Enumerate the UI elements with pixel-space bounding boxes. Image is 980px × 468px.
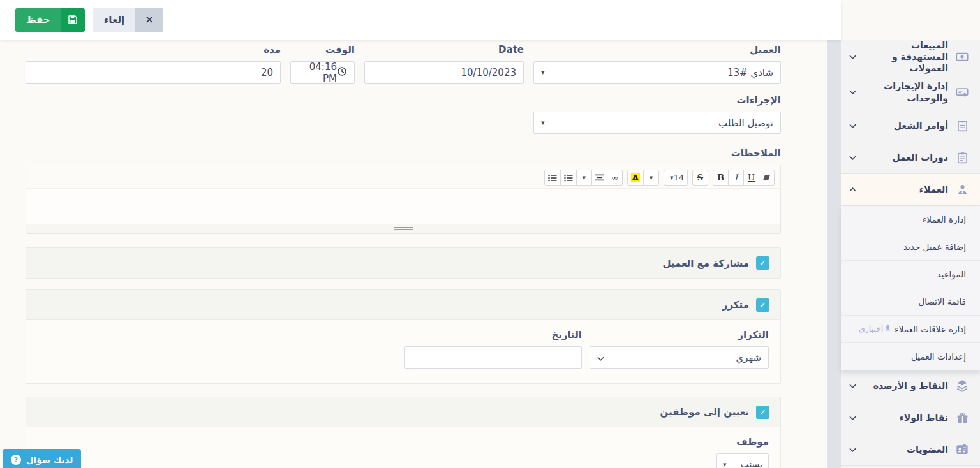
chevron-down-icon (597, 352, 604, 363)
resize-grip-icon (394, 227, 413, 231)
save-icon (61, 8, 85, 32)
recurring-checkbox[interactable]: ✓ (756, 298, 769, 312)
rental-units-icon (954, 85, 970, 99)
loyalty-gift-icon (954, 411, 970, 425)
sidebar-item-target-sales[interactable]: المبيعات المستهدفة و العمولات (841, 40, 980, 75)
repeat-select[interactable]: شهري (590, 346, 769, 369)
notes-editor: ▾ ∞ A ▾ ▾ 14 S (26, 165, 781, 234)
time-input[interactable]: 04:16 PM (290, 61, 355, 84)
clear-format-icon[interactable] (759, 170, 775, 186)
save-button-label: حفظ (15, 8, 61, 32)
subitem-label: المواعيد (937, 269, 966, 279)
sidebar-subitem-contact-list[interactable]: قائمة الاتصال (841, 288, 980, 316)
sidebar-item-label: دورات العمل (862, 152, 948, 163)
help-button[interactable]: لديك سؤال ? (3, 449, 81, 468)
work-orders-icon (954, 119, 970, 133)
sidebar: المبيعات المستهدفة و العمولات إدارة الإي… (841, 0, 980, 468)
duration-label: مدة (26, 44, 281, 55)
check-icon: ✓ (759, 258, 766, 268)
customers-submenu: إدارة العملاء إضافة عميل جديد المواعيد ق… (841, 206, 980, 370)
subitem-label: إضافة عميل جديد (903, 242, 966, 252)
sidebar-item-loyalty-points[interactable]: نقاط الولاء (841, 402, 980, 434)
editor-resize-handle[interactable] (26, 224, 780, 233)
link-icon[interactable]: ∞ (607, 170, 623, 186)
memberships-icon (954, 442, 970, 457)
duration-value: 20 (261, 67, 273, 78)
chevron-down-icon (849, 384, 856, 388)
form-row-main: العميل شادي #13 ▾ Date 10/10/2023 الوقت (26, 40, 781, 84)
sidebar-subitem-crm[interactable]: إدارة علاقات العملاء اختباري (841, 316, 980, 343)
close-icon: ✕ (145, 13, 154, 26)
clock-icon (337, 66, 347, 79)
sidebar-subitem-add-customer[interactable]: إضافة عميل جديد (841, 233, 980, 261)
sidebar-item-customers[interactable]: العملاء (841, 174, 980, 206)
align-icon[interactable] (591, 170, 607, 186)
italic-button[interactable]: I (728, 170, 744, 186)
sidebar-header (841, 0, 980, 40)
form-row-procedures: الإجراءات توصيل الطلب ▾ (26, 94, 781, 134)
sidebar-item-work-cycles[interactable]: دورات العمل (841, 142, 980, 174)
notes-textarea[interactable] (26, 188, 780, 224)
sidebar-subitem-customer-settings[interactable]: إعدادات العميل (841, 343, 980, 370)
date-value: 10/10/2023 (461, 67, 516, 78)
close-button[interactable]: ✕ (135, 8, 163, 32)
font-color-icon[interactable]: A (627, 170, 644, 186)
work-cycles-icon (954, 151, 970, 165)
chevron-down-icon (849, 156, 856, 160)
list-options-dropdown[interactable]: ▾ (576, 170, 592, 186)
main-scrollbar[interactable] (827, 40, 841, 468)
sidebar-item-label: إدارة الإيجارات والوحدات (862, 80, 948, 103)
subitem-label: إدارة علاقات العملاء (895, 324, 966, 334)
procedures-label: الإجراءات (533, 94, 781, 106)
chevron-down-icon (849, 448, 856, 452)
sidebar-subitem-appointments[interactable]: المواعيد (841, 261, 980, 288)
share-checkbox[interactable]: ✓ (756, 256, 769, 270)
beta-badge: اختباري (859, 324, 891, 334)
font-size-dropdown[interactable]: ▾ 14 (664, 170, 688, 186)
cancel-button[interactable]: إلغاء (93, 8, 136, 32)
employee-select[interactable]: بسنت ▾ (716, 453, 769, 468)
check-icon: ✓ (759, 407, 766, 417)
sidebar-item-points-balances[interactable]: النقاط و الأرصدة (841, 370, 980, 402)
customer-select[interactable]: شادي #13 ▾ (533, 61, 781, 84)
assign-label: تعيين إلى موظفين (660, 406, 749, 418)
subitem-label: إعدادات العميل (911, 351, 966, 362)
check-icon: ✓ (759, 300, 766, 310)
assign-checkbox[interactable]: ✓ (756, 406, 769, 419)
sidebar-item-memberships[interactable]: العضويات (841, 434, 980, 466)
sidebar-item-label: النقاط و الأرصدة (862, 380, 948, 391)
underline-button[interactable]: U (743, 170, 759, 186)
numbered-list-icon[interactable] (560, 170, 577, 186)
chevron-down-icon (849, 55, 856, 59)
share-label: مشاركة مع العميل (663, 258, 749, 269)
bullet-list-icon[interactable] (544, 170, 561, 186)
font-color-dropdown[interactable]: ▾ (643, 170, 659, 186)
time-label: الوقت (290, 44, 355, 55)
share-section: ✓ مشاركة مع العميل (26, 247, 781, 279)
chevron-down-icon: ▾ (541, 68, 545, 77)
save-button[interactable]: حفظ (15, 8, 85, 32)
recur-date-label: التاريخ (404, 329, 582, 340)
date-label: Date (364, 44, 524, 55)
procedures-value: توصيل الطلب (718, 117, 773, 129)
font-size-value: 14 (673, 173, 684, 182)
bold-button[interactable]: B (713, 170, 729, 186)
sidebar-item-work-orders[interactable]: أوامر الشغل (841, 110, 980, 142)
chevron-down-icon (849, 90, 856, 94)
employee-value: بسنت (741, 459, 762, 468)
date-input[interactable]: 10/10/2023 (364, 61, 524, 84)
chevron-down-icon: ▾ (723, 460, 727, 468)
appointment-form-panel: العميل شادي #13 ▾ Date 10/10/2023 الوقت (0, 40, 841, 468)
recurring-label: متكرر (722, 299, 749, 311)
sidebar-subitem-manage-customers[interactable]: إدارة العملاء (841, 206, 980, 233)
procedures-select[interactable]: توصيل الطلب ▾ (533, 112, 781, 134)
sidebar-item-label: المبيعات المستهدفة و العمولات (862, 40, 948, 75)
sidebar-item-label: العملاء (862, 184, 948, 195)
chevron-up-icon (849, 187, 856, 192)
sidebar-item-rentals-units[interactable]: إدارة الإيجارات والوحدات (841, 75, 980, 110)
question-mark-icon: ? (11, 455, 21, 465)
notes-label: الملاحظات (26, 147, 781, 159)
recur-date-input[interactable] (404, 346, 582, 369)
strikethrough-button[interactable]: S (692, 170, 708, 186)
duration-input[interactable]: 20 (26, 61, 281, 84)
